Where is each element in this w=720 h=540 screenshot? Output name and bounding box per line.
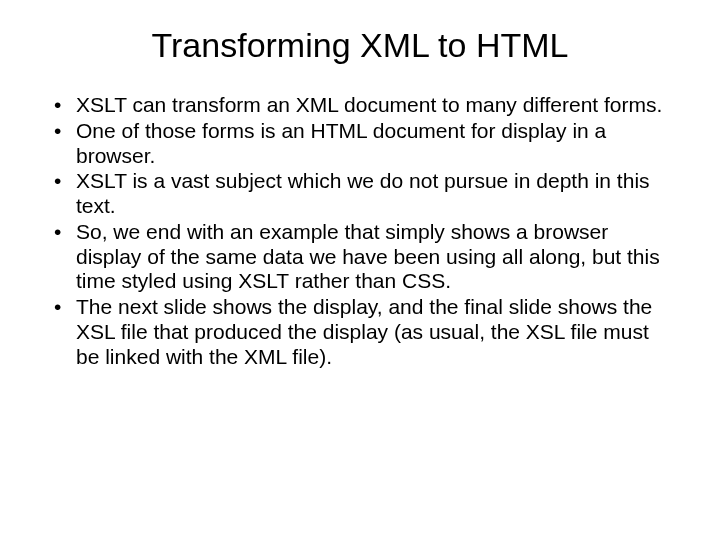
slide-title: Transforming XML to HTML	[48, 26, 672, 65]
bullet-item: So, we end with an example that simply s…	[48, 220, 672, 294]
bullet-item: XSLT can transform an XML document to ma…	[48, 93, 672, 118]
bullet-item: The next slide shows the display, and th…	[48, 295, 672, 369]
bullet-item: One of those forms is an HTML document f…	[48, 119, 672, 169]
bullet-item: XSLT is a vast subject which we do not p…	[48, 169, 672, 219]
slide: Transforming XML to HTML XSLT can transf…	[0, 0, 720, 540]
bullet-list: XSLT can transform an XML document to ma…	[48, 93, 672, 369]
